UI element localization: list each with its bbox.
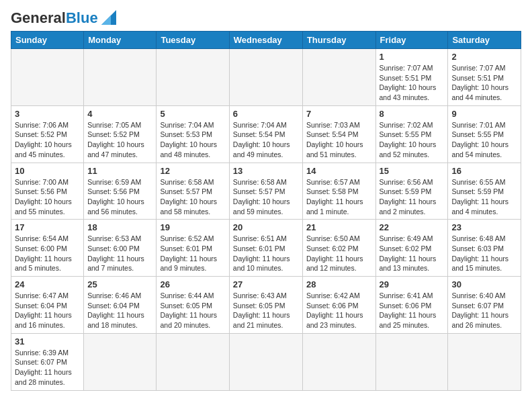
day-info: Sunrise: 6:55 AM Sunset: 5:59 PM Dayligh… <box>451 177 517 217</box>
day-info: Sunrise: 6:56 AM Sunset: 5:59 PM Dayligh… <box>380 177 445 217</box>
logo-icon: GeneralBlue <box>11 11 116 26</box>
day-number: 30 <box>451 279 517 289</box>
day-info: Sunrise: 6:54 AM Sunset: 6:00 PM Dayligh… <box>15 234 80 273</box>
day-number: 9 <box>451 109 517 119</box>
calendar-cell: 12Sunrise: 6:58 AM Sunset: 5:57 PM Dayli… <box>157 163 229 220</box>
week-row-6: 31Sunrise: 6:39 AM Sunset: 6:07 PM Dayli… <box>11 333 521 390</box>
calendar-cell <box>157 49 229 106</box>
day-number: 22 <box>380 222 445 232</box>
day-info: Sunrise: 6:47 AM Sunset: 6:04 PM Dayligh… <box>15 291 80 330</box>
calendar-cell: 22Sunrise: 6:49 AM Sunset: 6:02 PM Dayli… <box>375 220 448 277</box>
day-number: 7 <box>306 109 372 119</box>
weekday-header-thursday: Thursday <box>302 32 375 49</box>
calendar-cell: 16Sunrise: 6:55 AM Sunset: 5:59 PM Dayli… <box>448 163 521 220</box>
calendar-cell: 28Sunrise: 6:42 AM Sunset: 6:06 PM Dayli… <box>302 277 375 334</box>
calendar-cell: 4Sunrise: 7:05 AM Sunset: 5:52 PM Daylig… <box>84 105 157 163</box>
calendar-cell: 27Sunrise: 6:43 AM Sunset: 6:05 PM Dayli… <box>229 277 302 334</box>
calendar-cell: 14Sunrise: 6:57 AM Sunset: 5:58 PM Dayli… <box>302 163 375 220</box>
day-info: Sunrise: 7:05 AM Sunset: 5:52 PM Dayligh… <box>87 120 152 160</box>
day-number: 31 <box>15 336 80 347</box>
day-number: 5 <box>160 109 225 119</box>
day-number: 13 <box>233 166 299 176</box>
week-row-4: 17Sunrise: 6:54 AM Sunset: 6:00 PM Dayli… <box>11 220 521 277</box>
day-info: Sunrise: 6:59 AM Sunset: 5:56 PM Dayligh… <box>87 177 152 217</box>
calendar-cell: 21Sunrise: 6:50 AM Sunset: 6:02 PM Dayli… <box>302 220 375 277</box>
day-info: Sunrise: 6:44 AM Sunset: 6:05 PM Dayligh… <box>160 291 225 330</box>
calendar-cell <box>84 333 157 390</box>
day-info: Sunrise: 6:39 AM Sunset: 6:07 PM Dayligh… <box>15 348 80 387</box>
calendar: SundayMondayTuesdayWednesdayThursdayFrid… <box>11 31 521 391</box>
day-info: Sunrise: 6:51 AM Sunset: 6:01 PM Dayligh… <box>233 234 299 273</box>
day-info: Sunrise: 7:04 AM Sunset: 5:53 PM Dayligh… <box>160 120 225 160</box>
day-info: Sunrise: 6:42 AM Sunset: 6:06 PM Dayligh… <box>306 291 372 330</box>
calendar-cell: 19Sunrise: 6:52 AM Sunset: 6:01 PM Dayli… <box>157 220 229 277</box>
calendar-cell: 26Sunrise: 6:44 AM Sunset: 6:05 PM Dayli… <box>157 277 229 334</box>
calendar-cell <box>229 49 302 106</box>
day-number: 16 <box>451 166 517 176</box>
weekday-header-saturday: Saturday <box>448 32 521 49</box>
day-info: Sunrise: 7:02 AM Sunset: 5:55 PM Dayligh… <box>380 120 445 160</box>
calendar-cell <box>229 333 302 390</box>
day-info: Sunrise: 6:50 AM Sunset: 6:02 PM Dayligh… <box>306 234 372 273</box>
day-number: 23 <box>451 222 517 232</box>
day-number: 6 <box>233 109 299 119</box>
calendar-cell: 10Sunrise: 7:00 AM Sunset: 5:56 PM Dayli… <box>11 163 84 220</box>
day-number: 11 <box>87 166 152 176</box>
day-info: Sunrise: 7:03 AM Sunset: 5:54 PM Dayligh… <box>306 120 372 160</box>
day-info: Sunrise: 6:49 AM Sunset: 6:02 PM Dayligh… <box>380 234 445 273</box>
week-row-2: 3Sunrise: 7:06 AM Sunset: 5:52 PM Daylig… <box>11 105 521 163</box>
calendar-cell: 8Sunrise: 7:02 AM Sunset: 5:55 PM Daylig… <box>375 105 448 163</box>
day-info: Sunrise: 6:57 AM Sunset: 5:58 PM Dayligh… <box>306 177 372 217</box>
day-info: Sunrise: 6:40 AM Sunset: 6:07 PM Dayligh… <box>451 291 517 330</box>
calendar-cell: 31Sunrise: 6:39 AM Sunset: 6:07 PM Dayli… <box>11 333 84 390</box>
weekday-header-tuesday: Tuesday <box>157 32 229 49</box>
day-number: 14 <box>306 166 372 176</box>
day-number: 26 <box>160 279 225 289</box>
day-number: 20 <box>233 222 299 232</box>
calendar-cell: 7Sunrise: 7:03 AM Sunset: 5:54 PM Daylig… <box>302 105 375 163</box>
calendar-cell <box>11 49 84 106</box>
calendar-cell: 1Sunrise: 7:07 AM Sunset: 5:51 PM Daylig… <box>375 49 448 106</box>
day-number: 17 <box>15 222 80 232</box>
day-info: Sunrise: 6:43 AM Sunset: 6:05 PM Dayligh… <box>233 291 299 330</box>
calendar-cell: 15Sunrise: 6:56 AM Sunset: 5:59 PM Dayli… <box>375 163 448 220</box>
calendar-cell: 23Sunrise: 6:48 AM Sunset: 6:03 PM Dayli… <box>448 220 521 277</box>
day-number: 8 <box>380 109 445 119</box>
day-number: 28 <box>306 279 372 289</box>
day-number: 19 <box>160 222 225 232</box>
day-info: Sunrise: 6:53 AM Sunset: 6:00 PM Dayligh… <box>87 234 152 273</box>
day-number: 12 <box>160 166 225 176</box>
calendar-cell <box>84 49 157 106</box>
logo-triangle-icon <box>101 10 116 25</box>
calendar-cell: 3Sunrise: 7:06 AM Sunset: 5:52 PM Daylig… <box>11 105 84 163</box>
day-number: 25 <box>87 279 152 289</box>
weekday-header-sunday: Sunday <box>11 32 84 49</box>
calendar-cell: 30Sunrise: 6:40 AM Sunset: 6:07 PM Dayli… <box>448 277 521 334</box>
day-info: Sunrise: 6:48 AM Sunset: 6:03 PM Dayligh… <box>451 234 517 273</box>
calendar-cell: 13Sunrise: 6:58 AM Sunset: 5:57 PM Dayli… <box>229 163 302 220</box>
week-row-3: 10Sunrise: 7:00 AM Sunset: 5:56 PM Dayli… <box>11 163 521 220</box>
week-row-5: 24Sunrise: 6:47 AM Sunset: 6:04 PM Dayli… <box>11 277 521 334</box>
logo: GeneralBlue <box>11 11 116 26</box>
day-number: 10 <box>15 166 80 176</box>
day-info: Sunrise: 7:06 AM Sunset: 5:52 PM Dayligh… <box>15 120 80 160</box>
weekday-header-wednesday: Wednesday <box>229 32 302 49</box>
header: GeneralBlue <box>11 11 521 26</box>
day-info: Sunrise: 7:07 AM Sunset: 5:51 PM Dayligh… <box>380 63 445 103</box>
calendar-cell <box>375 333 448 390</box>
calendar-cell: 6Sunrise: 7:04 AM Sunset: 5:54 PM Daylig… <box>229 105 302 163</box>
logo-blue: Blue <box>66 9 98 26</box>
week-row-1: 1Sunrise: 7:07 AM Sunset: 5:51 PM Daylig… <box>11 49 521 106</box>
day-info: Sunrise: 7:04 AM Sunset: 5:54 PM Dayligh… <box>233 120 299 160</box>
day-number: 27 <box>233 279 299 289</box>
calendar-cell <box>157 333 229 390</box>
day-info: Sunrise: 6:58 AM Sunset: 5:57 PM Dayligh… <box>160 177 225 217</box>
logo-general: General <box>11 9 66 26</box>
day-info: Sunrise: 6:52 AM Sunset: 6:01 PM Dayligh… <box>160 234 225 273</box>
day-info: Sunrise: 7:07 AM Sunset: 5:51 PM Dayligh… <box>451 63 517 103</box>
calendar-cell: 11Sunrise: 6:59 AM Sunset: 5:56 PM Dayli… <box>84 163 157 220</box>
weekday-header-friday: Friday <box>375 32 448 49</box>
day-number: 29 <box>380 279 445 289</box>
calendar-cell: 20Sunrise: 6:51 AM Sunset: 6:01 PM Dayli… <box>229 220 302 277</box>
day-number: 3 <box>15 109 80 119</box>
